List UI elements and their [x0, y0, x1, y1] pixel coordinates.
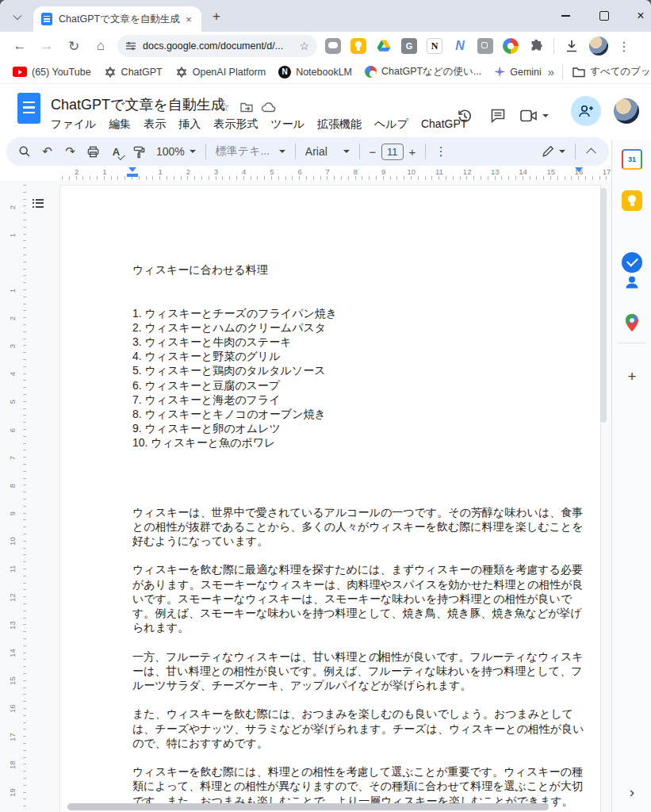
bookmark-item-openai-platform[interactable]: OpenAI Platform	[169, 63, 272, 81]
redo-button[interactable]: ↷	[59, 141, 82, 162]
menu-item[interactable]: 拡張機能	[311, 115, 368, 134]
indent-marker-first-line[interactable]	[128, 167, 136, 172]
ruler-number: 1	[147, 167, 174, 176]
n-blue-extension-icon[interactable]: N	[452, 38, 468, 54]
list-item[interactable]: 6. ウィスキーと豆腐のスープ	[132, 378, 591, 393]
font-size-input[interactable]: 11	[381, 144, 404, 160]
star-document-button[interactable]: ☆	[216, 98, 233, 116]
g-extension-icon[interactable]: G	[401, 38, 417, 54]
menu-item[interactable]: ファイル	[44, 115, 102, 134]
capture-extension-icon[interactable]	[477, 38, 493, 54]
font-size-increase-button[interactable]: +	[404, 141, 421, 162]
ruler-number: 15	[0, 675, 27, 688]
maximize-button[interactable]	[591, 5, 618, 27]
home-button[interactable]: ⌂	[90, 36, 111, 56]
list-item[interactable]: 3. ウィスキーと牛肉のステーキ	[132, 335, 591, 349]
expand-side-panel-button[interactable]: ›	[623, 783, 641, 801]
tab-close-button[interactable]: ×	[182, 13, 195, 25]
bookmark-item-youtube[interactable]: (65) YouTube	[6, 64, 98, 80]
bookmark-item-chatgpt[interactable]: ChatGPT	[98, 63, 169, 81]
list-item[interactable]: 7. ウィスキーと海老のフライ	[132, 393, 591, 407]
h-ruler[interactable]	[62, 176, 609, 180]
list-item[interactable]: 1. ウィスキーとチーズのフライパン焼き	[132, 306, 591, 320]
menu-item[interactable]: 表示	[137, 115, 172, 134]
docs-avatar[interactable]	[614, 98, 639, 124]
video-call-button[interactable]	[514, 100, 555, 132]
undo-button[interactable]: ↶	[36, 141, 59, 162]
url-bar[interactable]: docs.google.com/document/d/... ☆	[117, 35, 317, 57]
menu-item[interactable]: 表示形式	[207, 115, 264, 134]
list-item[interactable]: 5. ウィスキーと鶏肉のタルタルソース	[132, 363, 591, 377]
all-bookmarks-button[interactable]: すべてのブックマーク	[571, 63, 651, 81]
menu-item[interactable]: ヘルプ	[368, 115, 415, 134]
drive-extension-icon[interactable]	[376, 38, 392, 54]
v-scrollbar-thumb[interactable]	[600, 188, 607, 423]
zoom-select[interactable]: 100%	[151, 141, 201, 162]
calendar-icon[interactable]: 31	[622, 149, 642, 170]
collapse-toolbar-button[interactable]	[580, 141, 603, 162]
docs-logo[interactable]	[17, 93, 40, 124]
bookmark-star-button[interactable]: ☆	[299, 40, 309, 52]
menu-item[interactable]: 挿入	[172, 115, 207, 134]
list-item[interactable]: 9. ウィスキーと卵のオムレツ	[132, 421, 591, 435]
minimize-button[interactable]	[552, 5, 579, 27]
comments-button[interactable]	[482, 100, 514, 132]
share-button[interactable]	[571, 96, 601, 126]
sync-status-button[interactable]	[260, 98, 278, 116]
ruler-number: 9	[0, 508, 27, 520]
paragraph[interactable]: ウィスキーを飲む際に最適な料理を探すためには、まずウィスキーの種類を考慮する必要…	[132, 562, 591, 634]
close-button[interactable]: ×	[627, 5, 651, 27]
paragraph-style-select[interactable]: 標準テキ...	[210, 141, 291, 162]
search-menus-button[interactable]	[13, 141, 36, 162]
paint-format-button[interactable]	[128, 141, 151, 162]
paragraph[interactable]: 一方、フルーティなウィスキーは、甘い料理との相性が良いです。フルーティなウィスキ…	[132, 649, 591, 693]
keep-extension-icon[interactable]	[350, 38, 366, 54]
font-select[interactable]: Arial	[300, 141, 355, 162]
browser-menu-button[interactable]: ⋮	[618, 39, 630, 54]
reload-button[interactable]: ↻	[63, 36, 84, 56]
bookmark-item-gemini[interactable]: Gemini	[488, 64, 548, 80]
list-item[interactable]: 2. ウィスキーとハムのクリームパスタ	[132, 320, 591, 335]
font-size-decrease-button[interactable]: −	[364, 141, 381, 162]
contacts-icon[interactable]	[622, 272, 642, 293]
bookmark-item-notebooklm[interactable]: N NotebookLM	[272, 63, 358, 81]
tab-search-button[interactable]	[8, 7, 27, 26]
paragraph[interactable]: また、ウィスキーを飲む際には、おつまみを楽しむのも良いでしょう。おつまみとしては…	[132, 707, 591, 750]
h-scrollbar-thumb[interactable]	[67, 803, 549, 810]
maps-icon[interactable]	[622, 312, 642, 333]
extensions-puzzle-icon[interactable]	[528, 38, 544, 54]
back-button[interactable]: ←	[10, 36, 30, 56]
toolbar-more-button[interactable]: ⋮	[430, 141, 453, 162]
browser-tab[interactable]: ChatGPTで文章を自動生成 - Goo ×	[33, 6, 201, 32]
keep-icon[interactable]	[622, 190, 642, 211]
notion-extension-icon[interactable]: N	[427, 38, 442, 54]
bookmark-item-chatgpt-guide[interactable]: ChatGPTなどの使い...	[358, 63, 488, 81]
forward-button[interactable]: →	[36, 36, 57, 56]
print-button[interactable]	[82, 141, 105, 162]
move-to-folder-button[interactable]	[238, 98, 255, 116]
line-extension-icon[interactable]	[325, 38, 341, 54]
list-item[interactable]: 4. ウィスキーと野菜のグリル	[132, 349, 591, 363]
doc-title[interactable]: ChatGPTで文章を自動生成	[51, 95, 225, 114]
tasks-icon[interactable]	[622, 252, 642, 273]
list-item[interactable]: 10. ウィスキーと魚のポワレ	[132, 435, 591, 450]
bookmarks-overflow-button[interactable]: »	[548, 65, 554, 79]
version-history-button[interactable]	[449, 100, 481, 132]
menu-item[interactable]: ツール	[264, 115, 311, 134]
gemini-icon	[494, 67, 505, 78]
new-tab-button[interactable]: +	[208, 8, 225, 25]
indent-marker-left[interactable]	[127, 174, 138, 177]
colorful-extension-icon[interactable]	[503, 38, 519, 54]
browser-avatar[interactable]	[589, 36, 608, 56]
download-button[interactable]	[564, 38, 580, 54]
menu-item[interactable]: 編集	[102, 115, 137, 134]
side-panel-add-button[interactable]: +	[623, 368, 641, 385]
paragraph[interactable]: ウィスキーは、世界中で愛されているアルコールの一つです。その芳醇な味わいは、食事…	[132, 505, 591, 549]
document-outline-button[interactable]	[30, 195, 46, 211]
paragraph[interactable]: ウィスキーを飲む際には、料理との相性を考慮して選ぶことが重要です。ウィスキーの種…	[132, 764, 591, 808]
editing-mode-button[interactable]	[536, 141, 571, 162]
indent-marker-right[interactable]	[575, 167, 583, 172]
spellcheck-button[interactable]: A	[105, 141, 128, 162]
doc-heading[interactable]: ウィスキーに合わせる料理	[132, 262, 591, 277]
list-item[interactable]: 8. ウィスキーとキノコのオーブン焼き	[132, 407, 591, 421]
